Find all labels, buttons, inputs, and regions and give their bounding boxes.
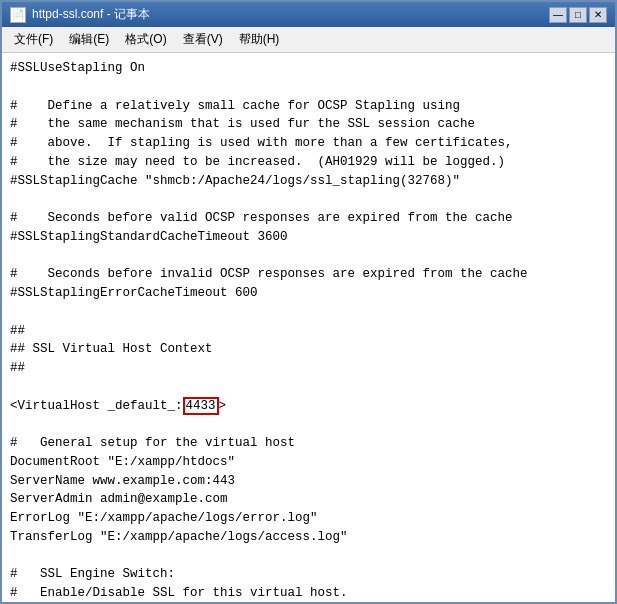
menu-file[interactable]: 文件(F) (6, 29, 61, 50)
text-content-area[interactable]: #SSLUseStapling On # Define a relatively… (2, 53, 615, 602)
title-bar-left: 📄 httpd-ssl.conf - 记事本 (10, 6, 150, 23)
menu-format[interactable]: 格式(O) (117, 29, 174, 50)
menu-bar: 文件(F) 编辑(E) 格式(O) 查看(V) 帮助(H) (2, 27, 615, 53)
main-window: 📄 httpd-ssl.conf - 记事本 — □ ✕ 文件(F) 编辑(E)… (0, 0, 617, 604)
close-button[interactable]: ✕ (589, 7, 607, 23)
window-icon: 📄 (10, 7, 26, 23)
menu-edit[interactable]: 编辑(E) (61, 29, 117, 50)
code-text: #SSLUseStapling On # Define a relatively… (10, 59, 607, 602)
minimize-button[interactable]: — (549, 7, 567, 23)
port-highlight: 4433 (183, 397, 219, 415)
menu-view[interactable]: 查看(V) (175, 29, 231, 50)
title-bar: 📄 httpd-ssl.conf - 记事本 — □ ✕ (2, 2, 615, 27)
menu-help[interactable]: 帮助(H) (231, 29, 288, 50)
maximize-button[interactable]: □ (569, 7, 587, 23)
window-title: httpd-ssl.conf - 记事本 (32, 6, 150, 23)
title-bar-buttons: — □ ✕ (549, 7, 607, 23)
